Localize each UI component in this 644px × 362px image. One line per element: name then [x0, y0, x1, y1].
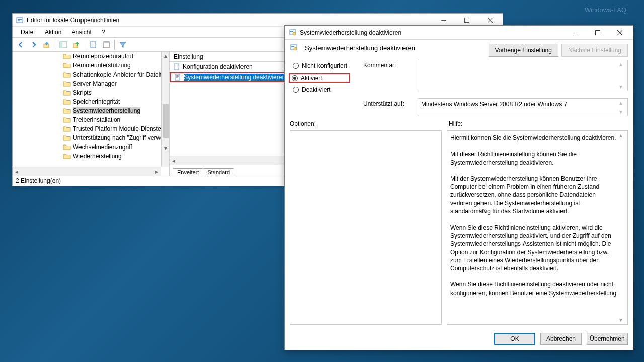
- next-setting-button[interactable]: Nächste Einstellung: [561, 44, 628, 57]
- tab-standard[interactable]: Standard: [203, 168, 234, 176]
- policy-dialog: Systemwiederherstellung deaktivieren Sys…: [284, 25, 633, 350]
- svg-rect-22: [176, 77, 178, 78]
- scroll-down-icon[interactable]: ▾: [619, 83, 627, 90]
- tree-list[interactable]: RemoteprozeduraufrufRemoteunterstützungS…: [13, 52, 169, 176]
- folder-icon: [63, 89, 71, 96]
- export-button[interactable]: [70, 39, 83, 51]
- tree-item[interactable]: Systemwiederherstellung: [13, 106, 169, 115]
- menu-ansicht[interactable]: Ansicht: [66, 28, 96, 37]
- radio-enabled[interactable]: Aktiviert: [289, 73, 350, 83]
- menu-help[interactable]: ?: [97, 28, 110, 37]
- minimize-button[interactable]: [432, 15, 455, 26]
- help-box[interactable]: Hiermit können Sie die Systemwiederherst…: [447, 130, 628, 325]
- scroll-down-icon[interactable]: ▾: [619, 316, 627, 324]
- folder-icon: [63, 98, 71, 105]
- tree-item[interactable]: Speicherintegrität: [13, 97, 169, 106]
- policy-heading: Systemwiederherstellung deaktivieren: [305, 44, 415, 52]
- tree-item-label: Wechselmedienzugriff: [73, 143, 132, 151]
- tree-item[interactable]: Remoteprozeduraufruf: [13, 52, 169, 61]
- scroll-thumb[interactable]: [163, 104, 169, 138]
- scroll-up-icon[interactable]: ▴: [619, 61, 627, 68]
- svg-rect-2: [18, 20, 20, 21]
- scroll-up-icon[interactable]: ▴: [619, 99, 627, 106]
- scroll-up-icon[interactable]: ▴: [619, 131, 627, 139]
- tree-item[interactable]: Treiberinstallation: [13, 115, 169, 124]
- dialog-title: Systemwiederherstellung deaktivieren: [300, 29, 401, 36]
- folder-icon: [63, 53, 71, 60]
- folder-icon: [63, 143, 71, 151]
- policy-file-icon: [174, 73, 182, 81]
- tree-item[interactable]: Unterstützung nach "Zugriff verweigert": [13, 133, 169, 142]
- maximize-button[interactable]: [455, 15, 478, 26]
- prev-setting-button[interactable]: Vorherige Einstellung: [489, 44, 558, 57]
- tree-item-label: Remoteunterstützung: [73, 62, 131, 69]
- svg-point-25: [293, 32, 296, 35]
- tree-item[interactable]: Wiederherstellung: [13, 152, 169, 161]
- tree-item[interactable]: Skripts: [13, 88, 169, 97]
- tree-item[interactable]: Wechselmedienzugriff: [13, 142, 169, 152]
- svg-rect-27: [596, 30, 600, 35]
- tree-item-label: Treiberinstallation: [73, 116, 120, 123]
- back-button[interactable]: [15, 39, 27, 51]
- svg-rect-12: [92, 45, 94, 45]
- svg-rect-26: [573, 33, 578, 33]
- comment-input[interactable]: ▴▾: [418, 60, 628, 91]
- help-text: Hiermit können Sie die Systemwiederherst…: [450, 134, 617, 297]
- dialog-footer: OK Abbrechen Übernehmen: [285, 329, 633, 350]
- tree-item[interactable]: Remoteunterstützung: [13, 61, 169, 70]
- help-label: Hilfe:: [449, 120, 462, 127]
- filter-button[interactable]: [117, 39, 129, 51]
- tree-scrollbar[interactable]: ▴ ▾: [161, 52, 169, 167]
- scroll-left-icon[interactable]: ◂: [13, 167, 21, 176]
- up-button[interactable]: [41, 39, 53, 51]
- scroll-down-icon[interactable]: ▾: [619, 108, 627, 115]
- watermark-text: Windows-FAQ: [585, 6, 626, 14]
- refresh-button[interactable]: [100, 39, 112, 51]
- tree-hscrollbar[interactable]: ◂ ▸: [13, 167, 161, 176]
- scroll-left-icon[interactable]: ◂: [170, 156, 178, 165]
- folder-icon: [63, 80, 71, 87]
- scroll-up-icon[interactable]: ▴: [162, 52, 169, 60]
- svg-point-30: [294, 47, 297, 50]
- radio-label: Deaktiviert: [302, 86, 331, 93]
- dialog-titlebar[interactable]: Systemwiederherstellung deaktivieren: [285, 26, 633, 40]
- policy-icon: [289, 29, 297, 37]
- tree-item-label: Schattenkopie-Anbieter für Dateifreigabe…: [73, 71, 169, 78]
- close-button[interactable]: [478, 15, 502, 26]
- tree-item[interactable]: Trusted Platform Module-Dienste: [13, 124, 169, 133]
- radio-not-configured[interactable]: Nicht konfiguriert: [291, 62, 349, 70]
- folder-icon: [63, 134, 71, 141]
- svg-rect-1: [18, 19, 22, 20]
- svg-rect-24: [290, 31, 293, 32]
- menu-aktion[interactable]: Aktion: [40, 28, 66, 37]
- radio-disabled[interactable]: Deaktiviert: [291, 86, 349, 94]
- dialog-close-button[interactable]: [609, 27, 631, 38]
- folder-icon: [63, 153, 71, 160]
- menu-datei[interactable]: Datei: [16, 28, 40, 37]
- scroll-down-icon[interactable]: ▾: [162, 144, 169, 152]
- show-hide-tree-button[interactable]: [57, 39, 69, 51]
- tree-item-label: Unterstützung nach "Zugriff verweigert": [73, 134, 169, 141]
- tree-item-label: Skripts: [73, 89, 92, 96]
- scroll-right-icon[interactable]: ▸: [153, 167, 161, 176]
- svg-rect-3: [441, 20, 446, 21]
- options-label: Optionen:: [290, 120, 442, 127]
- ok-button[interactable]: OK: [494, 333, 535, 345]
- apply-button[interactable]: Übernehmen: [587, 333, 628, 345]
- svg-rect-17: [175, 66, 178, 66]
- dialog-maximize-button[interactable]: [587, 27, 609, 38]
- properties-button[interactable]: [87, 39, 99, 51]
- tree-item[interactable]: Server-Manager: [13, 79, 169, 88]
- svg-rect-21: [176, 76, 179, 77]
- cancel-button[interactable]: Abbrechen: [540, 333, 582, 345]
- svg-rect-20: [176, 75, 179, 76]
- tab-erweitert[interactable]: Erweitert: [173, 168, 203, 176]
- tree-item[interactable]: Schattenkopie-Anbieter für Dateifreigabe…: [13, 70, 169, 79]
- state-radio-group: Nicht konfiguriert Aktiviert Deaktiviert: [290, 60, 349, 116]
- dialog-minimize-button[interactable]: [565, 27, 587, 38]
- svg-rect-7: [60, 42, 62, 48]
- forward-button[interactable]: [28, 39, 40, 51]
- options-box: [290, 130, 442, 325]
- setting-label: Systemwiederherstellung deaktivieren: [184, 74, 285, 81]
- svg-rect-14: [103, 42, 109, 43]
